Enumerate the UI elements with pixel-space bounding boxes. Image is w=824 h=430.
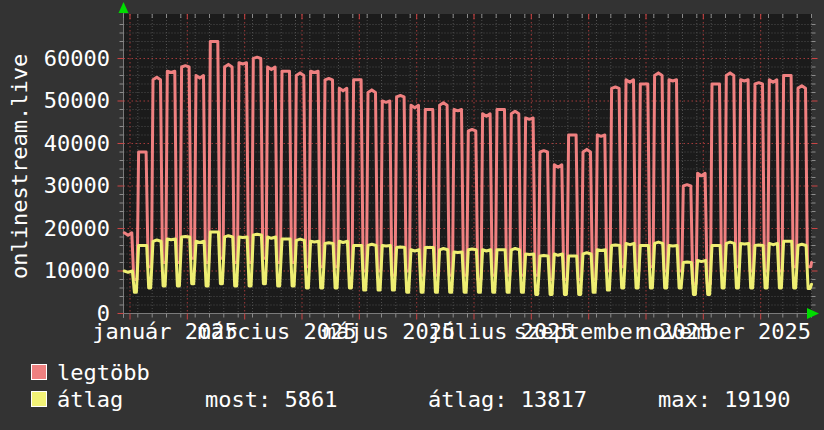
rrd-graph: onlinestream.live 0100002000030000400005…	[0, 0, 824, 430]
legtobb-legend-label: legtöbb	[57, 362, 150, 384]
y-axis-label: 20000	[0, 218, 110, 240]
x-axis-label: november 2025	[615, 321, 824, 343]
stat-most: most: 5861	[205, 389, 337, 411]
y-axis-label: 40000	[0, 133, 110, 155]
atlag-legend-label: átlag	[57, 389, 123, 411]
y-axis-arrow-icon	[119, 2, 129, 13]
y-axis-label: 10000	[0, 260, 110, 282]
atlag-legend-swatch	[31, 391, 47, 407]
y-axis-label: 60000	[0, 48, 110, 70]
stat-atlag: átlag: 13817	[428, 389, 587, 411]
stat-max: max: 19190	[658, 389, 790, 411]
x-axis-arrow-icon	[807, 308, 819, 319]
legtobb-legend-swatch	[31, 364, 47, 380]
y-axis-label: 30000	[0, 175, 110, 197]
y-axis-label: 50000	[0, 90, 110, 112]
